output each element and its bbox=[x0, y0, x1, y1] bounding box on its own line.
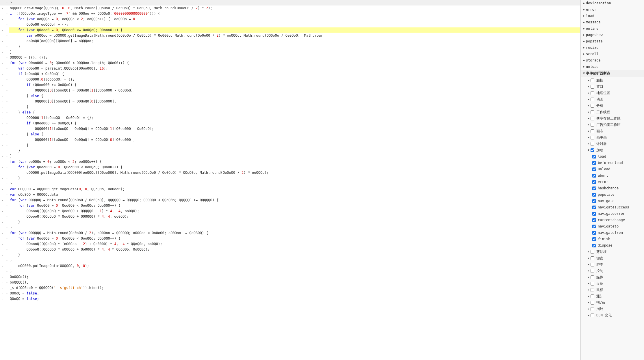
group-media[interactable]: ▶ 媒体 bbox=[581, 274, 644, 280]
subitem-hashchange[interactable]: hashchange bbox=[581, 185, 644, 191]
code-line[interactable]: -- ooQoQ0[ooQQQo][Q0ooo0] = oQQQoo; bbox=[0, 38, 580, 44]
checkbox-worker[interactable] bbox=[591, 110, 594, 114]
subitem-load[interactable]: load bbox=[581, 153, 644, 160]
group-mouse[interactable]: ▶ 鼠标 bbox=[581, 287, 644, 293]
subitem-navigate[interactable]: navigate bbox=[581, 198, 644, 204]
code-line[interactable]: -- var oOooQO = parseInt(QQQ8oo[Q0oo000]… bbox=[0, 66, 580, 71]
code-line[interactable]: --for (var ooQQQo = 0; ooQQQo < 2; ooQQQ… bbox=[0, 159, 580, 165]
code-line[interactable]: -- for (var Qoo0Q0 = 0; Qoo0Q0 < QooQQo;… bbox=[0, 203, 580, 208]
code-line[interactable]: --} bbox=[0, 225, 580, 230]
group-touch[interactable]: ▶ 触控 bbox=[581, 77, 644, 83]
event-item-error[interactable]: ▶ error bbox=[581, 6, 644, 13]
checkbox-pointer[interactable] bbox=[591, 307, 594, 311]
group-window[interactable]: ▶ 窗口 bbox=[581, 83, 644, 90]
checkbox-dragdrop[interactable] bbox=[591, 301, 594, 305]
group-animation[interactable]: ▶ 动画 bbox=[581, 96, 644, 102]
code-line[interactable]: -- OQQ000[1][oOooQO - Oo0QoQ] = OOQoQ0[1… bbox=[0, 126, 580, 132]
group-clipboard[interactable]: ▶ 剪贴板 bbox=[581, 249, 644, 255]
event-item-scroll[interactable]: ▶ scroll bbox=[581, 51, 644, 57]
checkbox-keyboard[interactable] bbox=[591, 256, 594, 260]
event-item-popstate[interactable]: ▶ popstate bbox=[581, 38, 644, 44]
code-line[interactable]: -- QQoooQ((QQoQoQ * Qoo0QQ + QQQQQ0 - 1)… bbox=[0, 208, 580, 214]
subitem-finish[interactable]: finish bbox=[581, 236, 644, 242]
right-panel[interactable]: ▶ devicemotion ▶ error ▶ load ▶ message … bbox=[580, 0, 644, 360]
checkbox-load[interactable] bbox=[591, 148, 594, 152]
code-line[interactable]: -- } else { bbox=[0, 93, 580, 99]
group-dom-mutation[interactable]: ▶ DOM 变化 bbox=[581, 312, 644, 318]
event-item-unload[interactable]: ▶ unload bbox=[581, 64, 644, 70]
subitem-navigatesuccess[interactable]: navigatesuccess bbox=[581, 204, 644, 210]
code-line[interactable]: --Q0oQQ = false; bbox=[0, 296, 580, 302]
code-line[interactable]: -- OQQ000[1][oOooQO - Oo0QoQ] = {}; bbox=[0, 115, 580, 121]
code-line[interactable]: -- } bbox=[0, 176, 580, 181]
checkbox-subitem-navigate[interactable] bbox=[592, 199, 596, 203]
code-line[interactable]: -- oQQQ00.putImageData(OQQ000[ooQQQo][Q0… bbox=[0, 170, 580, 176]
code-line[interactable]: -- for (var ooQQQo = 0; ooQQQo < 2; ooQQ… bbox=[0, 16, 580, 22]
code-line[interactable]: --for (var QOQQQQ = Math.round(Oo0oO0 / … bbox=[0, 230, 580, 236]
group-control[interactable]: ▶ 控制 bbox=[581, 268, 644, 274]
code-line[interactable]: -- QQoooQ((QQoQoQ * (oO0Ooo - 2) + Qo000… bbox=[0, 241, 580, 247]
checkbox-subitem-currentchange[interactable] bbox=[592, 218, 596, 222]
code-line[interactable]: --} bbox=[0, 49, 580, 55]
checkbox-animation[interactable] bbox=[591, 98, 594, 101]
code-line[interactable]: -- OQQ000[0][ooooQO] = OOQoQ0[0][Q0oo000… bbox=[0, 99, 580, 104]
event-item-load[interactable]: ▶ load bbox=[581, 13, 644, 19]
event-item-storage[interactable]: ▶ storage bbox=[581, 57, 644, 64]
checkbox-control[interactable] bbox=[591, 269, 594, 273]
checkbox-ad-auction[interactable] bbox=[591, 123, 594, 127]
code-line[interactable]: -- if (oOooQO < Oo0QoQ) { bbox=[0, 71, 580, 77]
checkbox-notification[interactable] bbox=[591, 294, 594, 298]
subitem-popstate[interactable]: popstate bbox=[581, 191, 644, 198]
group-ad-auction[interactable]: ▶ 广告拍卖工作区 bbox=[581, 122, 644, 128]
code-line[interactable]: --for (var QQQQOQ = Math.round(QQoOo0 / … bbox=[0, 197, 580, 203]
code-line[interactable]: -- for (var Q0oo000 = 0; Q0oo000 < Oo0Qo… bbox=[0, 165, 580, 170]
code-line[interactable]: -- } bbox=[0, 104, 580, 110]
checkbox-analysis[interactable] bbox=[591, 104, 594, 108]
checkbox-subitem-navigateerror[interactable] bbox=[592, 212, 596, 216]
code-line[interactable]: -- var oQQQoo = oQQ000.getImageData(Math… bbox=[0, 33, 580, 38]
code-line[interactable]: --} bbox=[0, 181, 580, 186]
code-line[interactable]: --OO0oQ = false; bbox=[0, 291, 580, 296]
subitem-navigateto[interactable]: navigateto bbox=[581, 223, 644, 230]
checkbox-geolocation[interactable] bbox=[591, 91, 594, 95]
code-line[interactable]: --ooQQQQ(); bbox=[0, 280, 580, 285]
code-line[interactable]: -- } bbox=[0, 252, 580, 258]
code-panel[interactable]: --};--oQQ000.drawImage(QQ0oQQ, 0, 0, Mat… bbox=[0, 0, 580, 360]
event-listener-section-header[interactable]: ▼ 事件侦听器断点 bbox=[581, 70, 644, 77]
code-line[interactable]: -- OoQoQ0[ooQQQo] = {}; bbox=[0, 22, 580, 27]
code-line[interactable]: -- QQoooQ((QQoQoQ * Qoo0QQ + QQQQQ0) * 4… bbox=[0, 214, 580, 219]
checkbox-subitem-abort[interactable] bbox=[592, 174, 596, 178]
code-line[interactable]: --if (!(OQooOo.imageType == '7' && QQQoo… bbox=[0, 11, 580, 16]
code-line[interactable]: -- OQQ000[0][ooooQO] = OOQoQ0[1][Q0oo000… bbox=[0, 88, 580, 93]
group-load[interactable]: ▼ 加载 bbox=[581, 147, 644, 153]
subitem-navigatefrom[interactable]: navigatefrom bbox=[581, 230, 644, 236]
event-item-message[interactable]: ▶ message bbox=[581, 19, 644, 25]
group-keyboard[interactable]: ▶ 键盘 bbox=[581, 255, 644, 261]
checkbox-subitem-load[interactable] bbox=[592, 155, 596, 158]
checkbox-subitem-unload[interactable] bbox=[592, 167, 596, 171]
code-line[interactable]: --Oo0QQo(); bbox=[0, 274, 580, 280]
code-line[interactable]: -- OQQ000[0][ooooQO] = {}; bbox=[0, 77, 580, 82]
group-analysis[interactable]: ▶ 分析 bbox=[581, 102, 644, 109]
code-line[interactable]: -- if (Q0oo000 >= Oo0QoQ) { bbox=[0, 121, 580, 126]
event-item-resize[interactable]: ▶ resize bbox=[581, 44, 644, 51]
group-timer[interactable]: ▶ 计时器 bbox=[581, 141, 644, 147]
code-line[interactable]: -- for (var Q0ooo0 = 0; Q0ooo0 <= Oo0QoQ… bbox=[0, 27, 580, 33]
code-line[interactable]: --var oOo8QO = OOOQQ.data; bbox=[0, 192, 580, 197]
checkbox-touch[interactable] bbox=[591, 79, 594, 82]
code-line[interactable]: -- } bbox=[0, 143, 580, 148]
subitem-beforeunload[interactable]: beforeunload bbox=[581, 160, 644, 166]
event-item-pageshow[interactable]: ▶ pageshow bbox=[581, 32, 644, 38]
group-worker[interactable]: ▶ 工作线程 bbox=[581, 109, 644, 115]
subitem-navigateerror[interactable]: navigateerror bbox=[581, 210, 644, 217]
checkbox-subitem-dispose[interactable] bbox=[592, 244, 596, 247]
group-device[interactable]: ▶ 设备 bbox=[581, 280, 644, 287]
checkbox-script[interactable] bbox=[591, 263, 594, 266]
checkbox-timer[interactable] bbox=[591, 142, 594, 146]
checkbox-subitem-navigatesuccess[interactable] bbox=[592, 206, 596, 209]
checkbox-shared-storage[interactable] bbox=[591, 117, 594, 120]
group-geolocation[interactable]: ▶ 地理位置 bbox=[581, 90, 644, 96]
checkbox-subitem-hashchange[interactable] bbox=[592, 186, 596, 190]
checkbox-subitem-navigatefrom[interactable] bbox=[592, 231, 596, 235]
checkbox-mouse[interactable] bbox=[591, 288, 594, 292]
